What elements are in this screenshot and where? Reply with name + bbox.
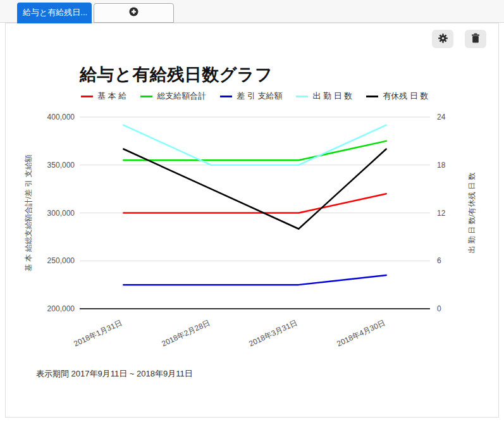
plus-circle-icon xyxy=(129,7,138,19)
chart-title: 給与と有給残日数グラフ xyxy=(80,63,273,86)
right-axis-tick-label: 6 xyxy=(437,256,441,265)
legend-swatch xyxy=(296,96,308,97)
chart-legend: 基 本 給総支給額合計差 引 支給額出 勤 日 数有休残 日 数 xyxy=(81,90,429,102)
settings-button[interactable] xyxy=(432,30,453,48)
right-axis-tick-label: 0 xyxy=(437,304,441,313)
left-axis-tick-label: 400,000 xyxy=(0,113,75,121)
left-axis-tick-label: 300,000 xyxy=(0,209,75,218)
legend-label: 基 本 給 xyxy=(97,90,126,102)
legend-swatch xyxy=(81,96,93,97)
legend-swatch xyxy=(366,96,378,97)
left-axis-tick-label: 250,000 xyxy=(0,256,75,265)
tab-label: 給与と有給残日... xyxy=(23,8,87,17)
legend-label: 差 引 支給額 xyxy=(237,90,282,102)
trash-icon xyxy=(470,33,481,46)
display-period-text: 表示期間 2017年9月11日 ~ 2018年9月11日 xyxy=(36,368,193,380)
add-tab-button[interactable] xyxy=(94,3,174,23)
legend-label: 出 勤 日 数 xyxy=(312,90,352,102)
legend-item[interactable]: 出 勤 日 数 xyxy=(296,90,352,102)
legend-label: 総支給額合計 xyxy=(157,90,206,102)
legend-item[interactable]: 有休残 日 数 xyxy=(366,90,428,102)
gear-icon xyxy=(438,33,448,46)
left-axis-tick-label: 200,000 xyxy=(0,304,75,313)
legend-item[interactable]: 基 本 給 xyxy=(81,90,126,102)
right-axis-title: 出 勤 日 数/有休残 日 数 xyxy=(467,112,477,314)
delete-button[interactable] xyxy=(465,30,486,48)
legend-swatch xyxy=(220,96,232,97)
left-axis-tick-label: 350,000 xyxy=(0,161,75,170)
right-axis-tick-label: 12 xyxy=(437,209,445,218)
legend-swatch xyxy=(140,96,152,97)
right-axis-tick-label: 18 xyxy=(437,161,445,170)
tab-salary-chart[interactable]: 給与と有給残日... xyxy=(17,3,92,23)
legend-item[interactable]: 差 引 支給額 xyxy=(220,90,282,102)
legend-item[interactable]: 総支給額合計 xyxy=(140,90,206,102)
right-axis-tick-label: 24 xyxy=(437,113,445,121)
legend-label: 有休残 日 数 xyxy=(383,90,428,102)
